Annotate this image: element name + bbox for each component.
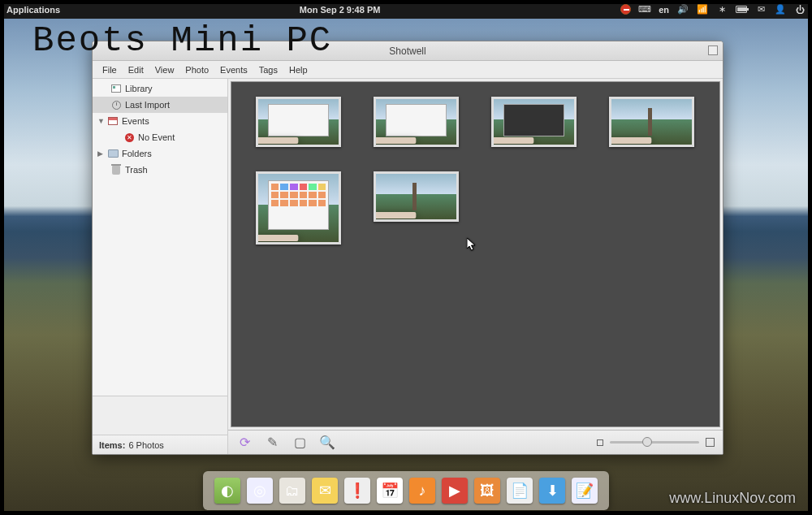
trash-icon xyxy=(110,164,122,175)
dock-item-photos[interactable]: 🖼 xyxy=(474,478,500,504)
photo-thumbnail[interactable] xyxy=(491,97,577,147)
events-icon xyxy=(107,115,119,127)
sidebar-item-last-import[interactable]: Last Import xyxy=(93,97,227,113)
no-event-icon: ✕ xyxy=(123,132,135,143)
clock-icon xyxy=(110,99,122,110)
dock-item-chromium[interactable]: ◎ xyxy=(247,478,273,504)
zoom-slider[interactable] xyxy=(610,441,699,444)
shotwell-window: Shotwell File Edit View Photo Events Tag… xyxy=(92,41,723,455)
photo-thumbnail[interactable] xyxy=(256,97,341,147)
thumbnail-viewport[interactable] xyxy=(231,81,720,427)
mail-indicator-icon[interactable]: ✉ xyxy=(755,4,767,15)
maximize-button[interactable] xyxy=(708,45,718,55)
photo-thumbnail[interactable] xyxy=(374,97,459,147)
volume-icon[interactable]: 🔊 xyxy=(677,4,689,15)
dock-item-calendar[interactable]: 📅 xyxy=(377,478,403,504)
dock-item-notes[interactable]: 📝 xyxy=(572,478,598,504)
applications-menu[interactable]: Applications xyxy=(6,5,60,15)
menu-tags[interactable]: Tags xyxy=(254,63,283,76)
dock-item-music[interactable]: ♪ xyxy=(409,478,435,504)
zoom-in-icon[interactable] xyxy=(706,438,715,447)
statusbar-value: 6 Photos xyxy=(128,440,163,450)
photo-thumbnail[interactable] xyxy=(256,171,341,245)
search-button[interactable]: 🔍 xyxy=(319,435,335,451)
sidebar-item-folders[interactable]: ▶ Folders xyxy=(93,145,227,162)
dock-item-text-editor[interactable]: 📄 xyxy=(507,478,533,504)
publish-button[interactable]: ▢ xyxy=(292,435,308,451)
bluetooth-icon[interactable]: ∗ xyxy=(716,4,728,15)
user-icon[interactable]: 👤 xyxy=(775,4,786,15)
dock-item-mail[interactable]: ✉ xyxy=(312,478,338,504)
zoom-slider-group xyxy=(597,438,715,447)
dock: ◐◎🗂✉❗📅♪▶🖼📄⬇📝 xyxy=(203,471,609,510)
dock-item-files[interactable]: 🗂 xyxy=(279,478,305,504)
sidebar: Library Last Import ▼ Events ✕ No Event … xyxy=(93,79,228,454)
wifi-icon[interactable]: 📶 xyxy=(697,4,708,15)
sidebar-item-label: No Event xyxy=(138,132,175,142)
dock-item-software-center[interactable]: ❗ xyxy=(344,478,370,504)
folder-icon xyxy=(107,148,119,159)
menu-file[interactable]: File xyxy=(97,63,122,76)
dock-item-downloads[interactable]: ⬇ xyxy=(539,478,565,504)
rotate-button[interactable]: ⟳ xyxy=(236,435,253,451)
sidebar-item-label: Folders xyxy=(122,149,152,158)
dock-item-videos[interactable]: ▶ xyxy=(442,478,468,504)
dock-item-yin-yang[interactable]: ◐ xyxy=(214,478,240,504)
menu-photo[interactable]: Photo xyxy=(180,63,214,76)
window-title: Shotwell xyxy=(389,45,425,57)
sidebar-tree: Library Last Import ▼ Events ✕ No Event … xyxy=(93,79,227,396)
source-watermark: www.LinuxNov.com xyxy=(669,490,796,507)
sidebar-item-label: Events xyxy=(122,116,149,126)
photo-thumbnail[interactable] xyxy=(609,97,694,147)
sidebar-item-events[interactable]: ▼ Events xyxy=(93,113,227,129)
watermark-text: Beots Mini PC xyxy=(32,20,332,61)
sidebar-item-label: Library xyxy=(125,84,153,93)
sidebar-item-trash[interactable]: Trash xyxy=(93,162,227,178)
panel-clock[interactable]: Mon Sep 2 9:48 PM xyxy=(60,5,620,15)
menu-view[interactable]: View xyxy=(150,63,179,76)
menu-events[interactable]: Events xyxy=(215,63,253,76)
sidebar-bottom-pane xyxy=(93,396,227,435)
statusbar-label: Items: xyxy=(99,440,125,450)
menu-help[interactable]: Help xyxy=(284,63,313,76)
zoom-slider-thumb[interactable] xyxy=(642,437,652,447)
sidebar-item-no-event[interactable]: ✕ No Event xyxy=(93,129,227,145)
collapse-arrow-icon[interactable]: ▼ xyxy=(97,117,104,125)
thumbnail-grid xyxy=(231,82,719,259)
bottom-toolbar: ⟳ ✎ ▢ 🔍 xyxy=(228,430,723,454)
keyboard-layout-indicator[interactable]: en xyxy=(659,5,669,15)
photo-thumbnail[interactable] xyxy=(374,171,459,222)
library-icon xyxy=(110,83,122,94)
top-panel: Applications Mon Sep 2 9:48 PM ⌨ en 🔊 📶 … xyxy=(0,0,812,19)
menu-bar: File Edit View Photo Events Tags Help xyxy=(93,61,723,79)
sidebar-item-label: Last Import xyxy=(125,100,170,110)
sidebar-item-library[interactable]: Library xyxy=(93,80,227,97)
content-area: ⟳ ✎ ▢ 🔍 xyxy=(228,79,723,454)
close-session-icon[interactable] xyxy=(620,4,631,15)
menu-edit[interactable]: Edit xyxy=(123,63,149,76)
expand-arrow-icon[interactable]: ▶ xyxy=(97,149,104,158)
keyboard-icon[interactable]: ⌨ xyxy=(639,4,650,15)
status-bar: Items: 6 Photos xyxy=(93,435,227,454)
mouse-cursor xyxy=(467,238,477,253)
battery-icon[interactable] xyxy=(736,4,747,15)
enhance-button[interactable]: ✎ xyxy=(264,435,280,451)
power-icon[interactable]: ⏻ xyxy=(794,4,806,15)
zoom-out-icon[interactable] xyxy=(597,439,603,446)
indicator-area: ⌨ en 🔊 📶 ∗ ✉ 👤 ⏻ xyxy=(620,4,806,15)
sidebar-item-label: Trash xyxy=(125,165,148,175)
